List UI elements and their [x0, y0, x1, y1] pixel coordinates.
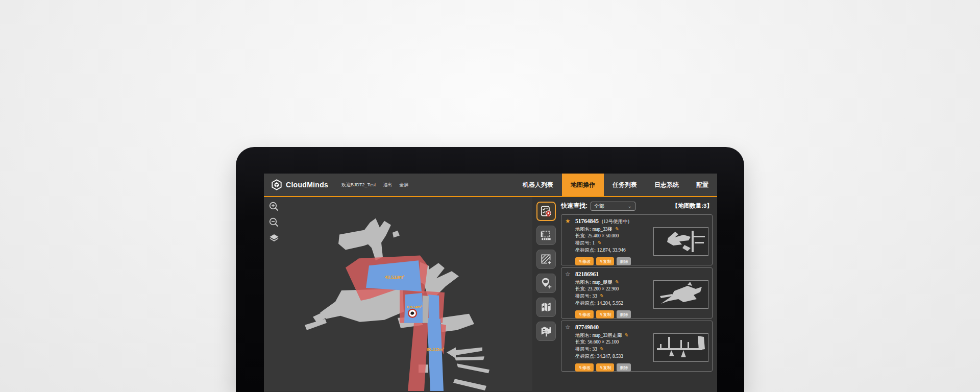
add-point-icon — [540, 277, 553, 290]
map-size-value: 23.200 × 22.900 — [587, 286, 619, 292]
field-label: 长宽: — [575, 286, 586, 292]
map-filter-value: 全部 — [594, 203, 628, 210]
zoom-out-button[interactable] — [268, 217, 280, 228]
area-label-1: 40.519m² — [385, 275, 405, 280]
field-label: 坐标原点: — [575, 247, 596, 254]
logout-link[interactable]: 退出 — [383, 182, 392, 188]
map-in-use-note: (12号使用中) — [602, 218, 629, 225]
fullscreen-link[interactable]: 全屏 — [399, 182, 408, 188]
delete-map-button[interactable]: 删除 — [617, 310, 631, 318]
origin-value: 14.204, 5.952 — [597, 300, 623, 307]
toolbar-add-point-button[interactable] — [536, 274, 556, 293]
quick-search-label: 快速查找: — [561, 202, 587, 210]
field-label: 楼层号: — [575, 293, 591, 300]
modify-map-button[interactable]: ✎修改 — [575, 310, 594, 318]
toolbar-add-hatch-region-button[interactable] — [536, 250, 556, 269]
tab-log-system[interactable]: 日志系统 — [646, 174, 688, 196]
field-label: 地图名: — [575, 332, 591, 339]
edit-icon: ✎ — [578, 312, 582, 317]
map-count-label: 【地图数量:3】 — [672, 202, 713, 210]
field-label: 楼层号: — [575, 346, 591, 353]
edit-icon[interactable]: ✎ — [615, 279, 619, 285]
copy-map-button[interactable]: ✎复制 — [596, 257, 615, 265]
edit-icon[interactable]: ✎ — [597, 239, 601, 246]
add-hatch-region-icon — [540, 253, 553, 266]
delete-map-button[interactable]: 删除 — [617, 363, 631, 372]
floor-number-value: 33 — [592, 346, 597, 353]
modify-map-button[interactable]: ✎修改 — [575, 363, 594, 372]
map-id: 82186961 — [575, 271, 599, 277]
upload-map-icon — [540, 325, 553, 338]
origin-value: 34.247, 8.533 — [597, 353, 623, 360]
map-filter-dropdown[interactable]: 全部 ⌄ — [591, 202, 635, 211]
floor-number-value: 33 — [592, 293, 597, 300]
map-name-value: map_腿腿 — [592, 279, 612, 286]
area-label-2: 8.614m² — [407, 305, 422, 309]
edit-icon[interactable]: ✎ — [599, 292, 603, 299]
remove-map-point-icon — [540, 301, 553, 314]
occupancy-grid-map[interactable]: 40.519m² 8.614m² 80.215m² — [264, 197, 532, 391]
map-thumbnail[interactable] — [653, 333, 708, 362]
toolbar-measure-region-button[interactable] — [536, 226, 556, 245]
edit-icon: ✎ — [578, 365, 582, 370]
tab-task-list[interactable]: 任务列表 — [604, 174, 646, 196]
map-thumbnail[interactable] — [653, 227, 708, 256]
star-icon[interactable]: ★ — [565, 217, 572, 225]
star-icon[interactable]: ☆ — [565, 271, 572, 278]
field-label: 楼层号: — [575, 240, 591, 247]
map-toolbar — [532, 197, 560, 391]
brand-name: CloudMinds — [286, 181, 328, 189]
map-id: 51764845 — [575, 218, 599, 224]
header-bar: CloudMinds 欢迎BJDT2_Test 退出 全屏 机器人列表 地图操作… — [264, 174, 717, 197]
toolbar-remove-map-point-button[interactable] — [536, 298, 556, 317]
copy-map-button[interactable]: ✎复制 — [596, 310, 615, 318]
zoom-in-button[interactable] — [268, 201, 280, 212]
brand: CloudMinds — [271, 174, 328, 196]
map-card-2: ☆ 82186961 地图名:map_腿腿✎ 长宽:23.200 × 22.90… — [561, 267, 713, 318]
tab-map-operations[interactable]: 地图操作 — [562, 174, 604, 196]
edit-icon[interactable]: ✎ — [599, 346, 603, 352]
welcome-text: 欢迎BJDT2_Test — [341, 182, 376, 188]
task-route-map-icon — [540, 205, 553, 218]
edit-icon: ✎ — [578, 259, 582, 264]
edit-icon[interactable]: ✎ — [624, 332, 628, 338]
map-name-value: map_33楼 — [592, 226, 612, 233]
delete-map-button[interactable]: 删除 — [617, 257, 631, 265]
edit-icon: ✎ — [599, 312, 603, 317]
field-label: 长宽: — [575, 233, 586, 239]
map-zoom-controls — [268, 201, 280, 244]
tab-configuration[interactable]: 配置 — [688, 174, 717, 196]
tab-robot-list[interactable]: 机器人列表 — [514, 174, 562, 196]
main-nav: 机器人列表 地图操作 任务列表 日志系统 配置 — [514, 174, 717, 196]
edit-icon: ✎ — [599, 259, 603, 264]
copy-map-button[interactable]: ✎复制 — [596, 363, 615, 372]
edit-icon: ✎ — [599, 365, 603, 370]
toolbar-upload-map-button[interactable] — [536, 322, 556, 341]
field-label: 长宽: — [575, 339, 586, 346]
map-name-value: map_33层走廊 — [592, 332, 622, 339]
field-label: 地图名: — [575, 226, 591, 233]
star-icon[interactable]: ☆ — [565, 324, 572, 331]
measure-region-icon — [540, 229, 553, 242]
robot-marker[interactable] — [408, 309, 416, 317]
modify-map-button[interactable]: ✎修改 — [575, 257, 594, 265]
edit-icon[interactable]: ✎ — [615, 226, 619, 232]
map-card-1: ★ 51764845 (12号使用中) 地图名:map_33楼✎ 长宽:25.4… — [561, 214, 713, 265]
map-canvas[interactable]: 40.519m² 8.614m² 80.215m² — [264, 197, 532, 391]
map-id: 87749840 — [575, 324, 599, 330]
area-label-3: 80.215m² — [427, 347, 445, 352]
map-card-3: ☆ 87749840 地图名:map_33层走廊✎ 长宽:56.600 × 25… — [561, 321, 713, 372]
map-size-value: 25.400 × 50.000 — [587, 233, 619, 239]
map-wall-strip — [423, 296, 429, 323]
chevron-down-icon: ⌄ — [628, 204, 632, 209]
map-thumbnail[interactable] — [653, 280, 708, 309]
map-list-panel: 快速查找: 全部 ⌄ 【地图数量:3】 ★ 51764845 (12号使用中) — [560, 197, 717, 391]
origin-value: 12.874, 33.946 — [597, 247, 626, 254]
laptop-frame: CloudMinds 欢迎BJDT2_Test 退出 全屏 机器人列表 地图操作… — [236, 147, 744, 392]
app-screen: CloudMinds 欢迎BJDT2_Test 退出 全屏 机器人列表 地图操作… — [264, 174, 717, 392]
toolbar-task-route-map-button[interactable] — [536, 202, 556, 221]
field-label: 坐标原点: — [575, 300, 596, 307]
cloudminds-logo-icon — [271, 179, 282, 190]
page-background: CloudMinds 欢迎BJDT2_Test 退出 全屏 机器人列表 地图操作… — [0, 0, 980, 392]
layers-button[interactable] — [268, 233, 280, 244]
